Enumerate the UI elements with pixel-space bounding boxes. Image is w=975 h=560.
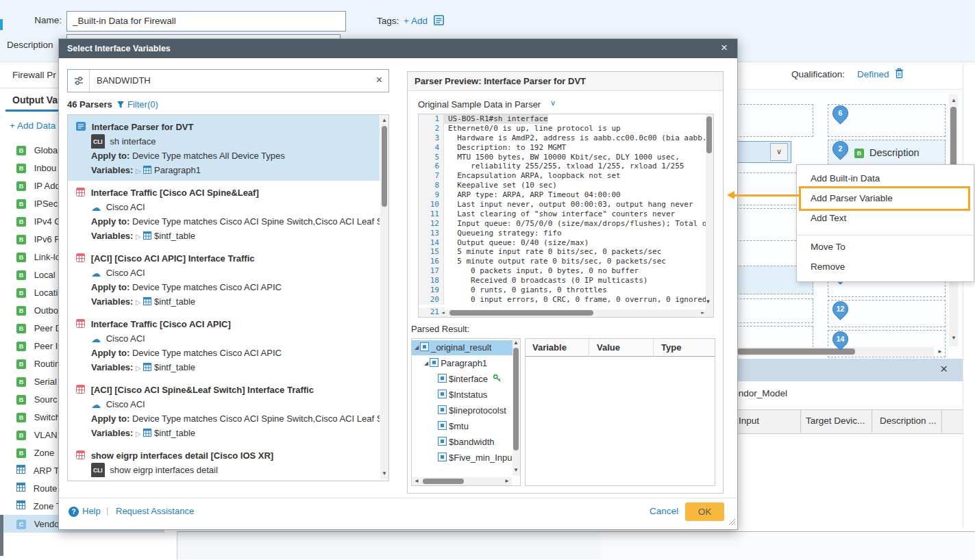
parser-search-input[interactable]: BANDWIDTH × — [67, 69, 389, 92]
builtin-variable-icon: B — [16, 199, 26, 209]
output-variables-tab[interactable]: Output Var — [12, 94, 62, 105]
parser-list-item[interactable]: Interface Traffic [Cisco ACI Spine&Leaf]… — [68, 181, 380, 246]
parser-list-item[interactable]: show eigrp interfaces detail [Cisco IOS … — [68, 444, 380, 481]
funnel-icon[interactable] — [116, 101, 125, 111]
ok-button[interactable]: OK — [685, 502, 724, 521]
parser-list: Interface Parser for DVT CLI sh interfac… — [67, 114, 389, 481]
application-window: Name: _Built-in Data for Firewall Tags: … — [0, 0, 975, 560]
sidebar-item-label: Routin — [34, 359, 60, 369]
menu-item-add-builtin-data[interactable]: Add Built-in Data — [811, 173, 880, 183]
dialog-titlebar[interactable]: Select Interface Variables × — [59, 39, 737, 58]
clear-search-icon[interactable]: × — [376, 74, 382, 86]
parser-list-scrollbar[interactable]: ▲ ▼ — [380, 115, 388, 479]
chevron-down-icon[interactable]: ∨ — [550, 99, 556, 107]
builtin-variable-icon: B — [16, 359, 26, 369]
node-icon — [438, 453, 447, 461]
add-data-link[interactable]: + Add Data — [10, 120, 55, 131]
help-icon[interactable]: ? — [69, 505, 79, 517]
parsed-result-tree: ◢_original_result ◢Paragraph1 $interface… — [411, 338, 521, 486]
tree-hscrollbar[interactable]: ◄ ► — [412, 477, 512, 485]
sidebar-item-label: IPv4 G — [34, 216, 62, 227]
column-value[interactable]: Value — [590, 339, 654, 357]
paragraph-parser-icon — [76, 120, 86, 134]
close-icon[interactable]: × — [940, 361, 948, 377]
menu-item-remove[interactable]: Remove — [811, 262, 845, 272]
table-variable-icon — [16, 480, 25, 498]
column-description[interactable]: Description ... — [880, 416, 937, 426]
tree-node-intstatus[interactable]: $Intstatus — [436, 387, 487, 403]
trash-icon[interactable] — [895, 68, 904, 81]
parser-title: Interface Traffic [Cisco ACI APIC] — [91, 319, 231, 329]
dropdown-chevron-button[interactable]: ∨ — [770, 143, 788, 161]
parsed-result-label: Parsed Result: — [411, 324, 469, 334]
cancel-button[interactable]: Cancel — [650, 506, 678, 516]
canvas-hscrollbar[interactable] — [737, 347, 934, 356]
tree-node-bandwidth[interactable]: $bandwidth — [436, 435, 495, 450]
expander-icon[interactable]: ▷ — [136, 298, 141, 306]
request-assistance-link[interactable]: Request Assistance — [116, 506, 194, 516]
variable-table-icon — [143, 361, 151, 374]
sidebar-item-label: Serial — [34, 377, 57, 387]
tree-node-five-min-input[interactable]: $Five_min_Inpu — [436, 450, 513, 466]
menu-item-move-to[interactable]: Move To — [811, 242, 846, 252]
expanded-icon[interactable]: ◢ — [415, 344, 419, 351]
tree-node-lineprotocol[interactable]: $lineprotocolst — [436, 403, 506, 418]
tags-label: Tags: — [377, 16, 399, 26]
qualification-label: Qualification: — [791, 69, 845, 79]
expander-icon[interactable]: ▷ — [136, 364, 141, 372]
col-divider — [872, 409, 872, 433]
expanded-icon[interactable]: ◢ — [424, 360, 428, 366]
menu-item-add-text[interactable]: Add Text — [811, 213, 846, 223]
tree-node-interface[interactable]: $interface — [436, 372, 502, 387]
apply-to-label: Apply to: — [91, 348, 129, 358]
parser-list-item[interactable]: [ACI] [Cisco ACI APIC] Interface Traffic… — [68, 246, 380, 312]
context-menu: Add Built-in Data Add Parser Variable Ad… — [796, 164, 974, 282]
footer-separator: | — [106, 505, 108, 516]
highlight-rectangle-annotation — [799, 186, 970, 211]
parser-list-item[interactable]: [ACI] [Cisco ACI Spine&Leaf Switch] Inte… — [68, 378, 380, 444]
tags-add-link[interactable]: + Add — [404, 16, 428, 26]
scroll-right-arrow[interactable]: ► — [937, 349, 943, 355]
apply-to-value: Device Type matches Cisco ACI Spine Swit… — [132, 216, 380, 227]
sidebar-item-label: Globa — [34, 145, 58, 155]
tree-vscrollbar[interactable]: ▲ ▼ — [513, 339, 520, 476]
column-input[interactable]: Input — [739, 416, 759, 426]
filter-link[interactable]: Filter(0) — [127, 99, 158, 110]
expander-icon[interactable]: ▷ — [136, 430, 141, 437]
help-link[interactable]: Help — [82, 506, 101, 516]
node-icon — [430, 358, 439, 367]
cisco-aci-cloud-icon: ☁ — [91, 268, 101, 279]
apply-to-label: Apply to: — [91, 413, 129, 424]
builtin-variable-icon: B — [16, 342, 26, 351]
tags-list-icon[interactable] — [434, 15, 444, 27]
table-parser-icon — [76, 383, 85, 397]
dialog-title: Select Interface Variables — [67, 44, 171, 53]
expander-icon[interactable]: ▷ — [136, 233, 141, 240]
parser-list-item[interactable]: Interface Parser for DVT CLI sh interfac… — [68, 115, 380, 181]
column-target-device[interactable]: Target Devic... — [806, 416, 865, 426]
sidebar-item-label: Link-lo — [34, 252, 60, 262]
column-type[interactable]: Type — [654, 339, 681, 357]
qualification-defined-link[interactable]: Defined — [857, 69, 889, 79]
sidebar-item-label: IP Add — [34, 181, 60, 191]
parser-preview-title: Parser Preview: Interface Parser for DVT — [408, 72, 723, 91]
code-vscrollbar[interactable]: ▼ — [706, 114, 713, 317]
variable-table-icon — [143, 229, 151, 243]
expander-icon[interactable]: ▷ — [136, 167, 141, 175]
column-variable[interactable]: Variable — [526, 339, 590, 357]
table-parser-icon — [76, 449, 85, 463]
builtin-variable-icon: B — [16, 164, 26, 173]
tree-node-paragraph1[interactable]: ◢Paragraph1 — [424, 356, 487, 371]
builtin-variable-icon: B — [16, 324, 26, 333]
code-hscrollbar[interactable]: ◄ ► — [440, 309, 706, 317]
sidebar-item-label: Sourc — [34, 394, 58, 405]
apply-to-label: Apply to: — [91, 479, 129, 481]
name-input[interactable]: _Built-in Data for Firewall — [66, 11, 346, 31]
tree-node-mtu[interactable]: $mtu — [436, 419, 469, 434]
resize-handle[interactable] — [728, 518, 736, 528]
tree-node-original-result[interactable]: ◢_original_result — [412, 340, 515, 355]
sample-data-code[interactable]: 1US-BOS-R1#sh interface 2Ethernet0/0 is … — [418, 114, 714, 318]
sidebar-item-label: Locati — [34, 288, 58, 298]
parser-list-item[interactable]: Interface Traffic [Cisco ACI APIC] ☁ Cis… — [68, 312, 380, 378]
dialog-close-icon[interactable]: × — [721, 41, 728, 55]
